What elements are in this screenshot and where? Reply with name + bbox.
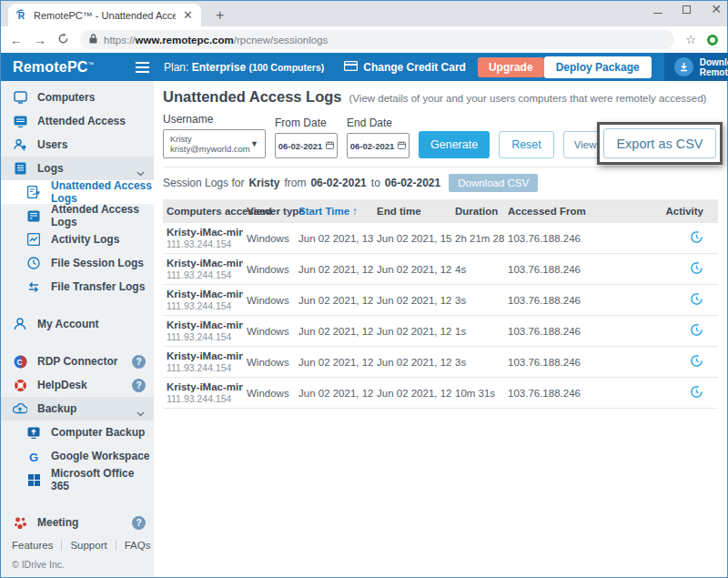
extension-icon[interactable] [707,35,718,46]
reset-button[interactable]: Reset [499,131,554,158]
browser-window: R RemotePC™ - Unattended Acces ✕ + ✕ ← →… [0,0,728,578]
sidebar-item-unattended-access-logs[interactable]: Unattended Access Logs [1,180,154,204]
sidebar-item-helpdesk[interactable]: HelpDesk ? [1,373,154,397]
browser-tab[interactable]: R RemotePC™ - Unattended Acces ✕ [8,4,201,26]
computer-backup-icon [26,425,41,440]
plan-info: Plan: Enterprise (100 Computers) [164,61,324,74]
activity-history-icon[interactable] [690,385,703,399]
activity-log-icon [26,232,41,247]
computers-monitor-icon [13,90,27,105]
help-badge[interactable]: ? [132,355,146,369]
sidebar-item-meeting[interactable]: Meeting ? [1,511,154,534]
back-icon[interactable]: ← [10,34,23,46]
table-row: Kristy-iMac-mini111.93.244.154 Windows J… [163,347,718,378]
hamburger-menu-icon[interactable] [136,62,149,73]
forward-icon[interactable]: → [34,34,46,46]
activity-history-icon[interactable] [690,261,703,275]
sort-ascending-icon: ↑ [352,206,358,217]
url-text: https://www.remotepc.com/rpcnew/sessionl… [104,35,328,46]
window-close-icon[interactable]: ✕ [711,5,722,14]
sidebar-item-backup[interactable]: Backup [1,397,154,421]
col-viewer-type[interactable]: Viewer type [243,199,295,223]
sidebar-footer: Features Support FAQs © IDrive Inc. [1,534,154,577]
col-computers-accessed[interactable]: Computers accessed [163,199,243,223]
sidebar-item-my-account[interactable]: My Account [1,312,154,336]
lifebuoy-icon [13,378,27,392]
address-bar[interactable]: https://www.remotepc.com/rpcnew/sessionl… [80,30,674,49]
page-subtitle: (View details of your and your users com… [349,93,707,104]
sidebar-item-file-transfer-logs[interactable]: File Transfer Logs [1,275,154,299]
help-badge[interactable]: ? [132,516,146,530]
download-icon [674,57,693,76]
cloud-backup-icon [13,401,27,416]
col-accessed-from[interactable]: Accessed From [504,199,606,223]
export-as-csv-button[interactable]: Export as CSV [603,128,716,158]
generate-button[interactable]: Generate [419,131,490,158]
calendar-icon [326,141,334,151]
window-maximize-icon[interactable] [682,5,691,14]
session-logs-table: Computers accessed Viewer type Start Tim… [163,199,718,409]
from-date-label: From Date [275,117,338,129]
table-row: Kristy-iMac-mini111.93.244.154 Windows J… [163,316,718,347]
person-icon [13,317,27,331]
activity-history-icon[interactable] [690,354,703,368]
support-link[interactable]: Support [62,540,116,551]
tab-close-icon[interactable]: ✕ [181,8,195,22]
window-minimize-icon[interactable] [653,13,662,14]
sidebar-item-microsoft-office-365[interactable]: Microsoft Office 365 [1,468,154,492]
col-activity[interactable]: Activity [606,199,718,223]
chevron-down-icon [136,407,145,420]
transfer-arrows-icon [26,279,41,294]
table-row: Kristy-iMac-mini111.93.244.154 Windows J… [163,378,718,409]
change-credit-card-link[interactable]: Change Credit Card [344,61,466,74]
activity-history-icon[interactable] [690,292,703,306]
sidebar-item-attended-access[interactable]: Attended Access [1,109,154,133]
browser-tab-strip: R RemotePC™ - Unattended Acces ✕ + ✕ [1,1,727,26]
col-duration[interactable]: Duration [451,199,504,223]
sidebar-item-users[interactable]: Users [1,133,154,157]
faqs-link[interactable]: FAQs [116,540,154,551]
activity-history-icon[interactable] [690,230,703,244]
sidebar-item-google-workspace[interactable]: G Google Workspace [1,444,154,468]
download-csv-button[interactable]: Download CSV [449,174,538,192]
sidebar-item-rdp-connector[interactable]: C RDP Connector ? [1,350,154,373]
sidebar-item-logs[interactable]: Logs [1,157,154,180]
sidebar-item-computer-backup[interactable]: Computer Backup [1,421,154,444]
remotepc-logo[interactable]: RemotePC™ [1,59,136,76]
session-logs-summary: Session Logs for Kristy from 06-02-2021 … [163,174,718,192]
sidebar-item-attended-access-logs[interactable]: Attended Access Logs [1,204,154,228]
main-content: Unattended Access Logs (View details of … [154,81,727,577]
help-badge[interactable]: ? [132,379,146,392]
clock-icon [26,256,41,270]
logs-document-icon [13,161,27,176]
calendar-icon [398,141,406,151]
credit-card-icon [344,61,358,74]
username-select[interactable]: Kristy kristy@myworld.com ▼ [163,129,266,158]
chevron-down-icon [136,167,145,179]
sidebar: Computers Attended Access Users Logs Una… [1,81,154,577]
upgrade-button[interactable]: Upgrade [478,57,544,77]
col-start-time[interactable]: Start Time ↑ [295,199,373,223]
sidebar-item-file-session-logs[interactable]: File Session Logs [1,251,154,275]
copyright: © IDrive Inc. [12,559,154,570]
table-row: Kristy-iMac-mini111.93.244.154 Windows J… [163,223,718,254]
table-header-row: Computers accessed Viewer type Start Tim… [163,199,718,223]
lock-icon [89,34,97,46]
activity-history-icon[interactable] [690,323,703,337]
from-date-input[interactable]: 06-02-2021 [275,133,338,158]
remotepc-favicon: R [15,8,28,22]
table-row: Kristy-iMac-mini111.93.244.154 Windows J… [163,285,718,316]
sidebar-item-activity-logs[interactable]: Activity Logs [1,228,154,251]
sidebar-item-computers[interactable]: Computers [1,86,154,109]
bookmark-star-icon[interactable]: ☆ [685,33,696,46]
meeting-icon [13,515,27,530]
deploy-package-button[interactable]: Deploy Package [544,56,652,78]
new-tab-button[interactable]: + [210,7,229,26]
end-date-input[interactable]: 06-02-2021 [347,133,410,158]
features-link[interactable]: Features [12,540,62,551]
refresh-icon[interactable] [57,33,69,46]
export-csv-highlight-box: Export as CSV [597,122,723,165]
col-end-time[interactable]: End time [373,199,451,223]
download-viewer-button[interactable]: DownloadRemotePC Viewer [664,53,728,81]
rdp-connector-icon: C [13,354,27,369]
